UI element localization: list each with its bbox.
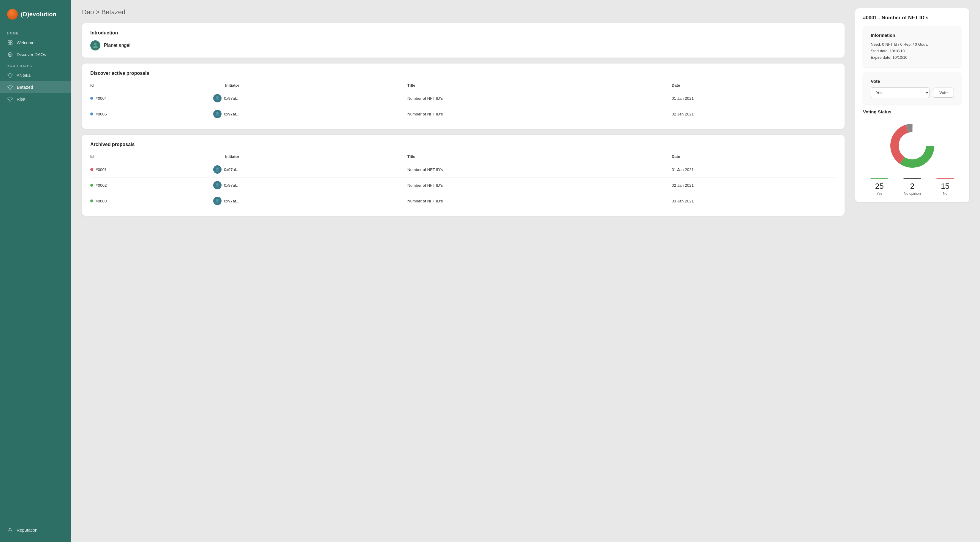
initiator-avatar (213, 165, 221, 174)
sidebar-item-betazed[interactable]: Betazed (0, 81, 71, 93)
diamond-icon-betazed (7, 84, 13, 90)
table-row[interactable]: #0001 0x97af.. Number of NFT ID's 01 Jan… (90, 162, 836, 178)
initiator-address: 0x97af.. (224, 183, 238, 188)
col-title-archived: Title (407, 152, 672, 162)
introduction-card: Introduction Planet angel (82, 23, 845, 57)
no-label: No (936, 191, 954, 196)
col-date-archived: Date (672, 152, 836, 162)
stats-row: 25 Yes 2 No opinion 15 No (863, 178, 962, 196)
table-row[interactable]: #0004 0x97af.. Number of NFT ID's 01 Jan… (90, 91, 836, 106)
row-title: Number of NFT ID's (407, 162, 672, 178)
intro-user: Planet angel (90, 40, 836, 51)
logo-circle-icon (7, 9, 18, 20)
no-opinion-line (904, 178, 921, 179)
svg-point-5 (10, 54, 11, 56)
initiator-avatar (213, 94, 221, 102)
avatar (90, 40, 100, 51)
row-initiator: 0x97af.. (213, 162, 407, 178)
svg-rect-1 (10, 41, 12, 43)
user-name: Planet angel (104, 43, 130, 48)
sidebar-item-welcome[interactable]: Welcome (0, 37, 71, 49)
initiator-address: 0x97af.. (224, 167, 238, 172)
col-initiator-active: Initiator (213, 81, 407, 91)
vote-button[interactable]: Vote (933, 87, 954, 98)
col-id-archived: Id (90, 152, 213, 162)
sidebar-item-reputation[interactable]: Reputation (0, 524, 71, 536)
sidebar-item-risa[interactable]: Risa (0, 93, 71, 105)
row-id: #0003 (90, 193, 213, 209)
status-dot (90, 184, 93, 187)
row-date: 02 Jan 2021 (672, 106, 836, 122)
active-proposals-table: Id Initiator Title Date #0004 (90, 81, 836, 122)
vote-title: Vote (871, 79, 954, 84)
info-need: Need: 0 NFT Id / 0 Rep. / 0 Gouv. (871, 41, 954, 48)
initiator-address: 0x97af.. (224, 112, 238, 116)
breadcrumb-root: Dao (82, 8, 94, 16)
table-row[interactable]: #0005 0x97af.. Number of NFT ID's 02 Jan… (90, 106, 836, 122)
row-initiator: 0x97af.. (213, 193, 407, 209)
stat-yes: 25 Yes (870, 178, 888, 196)
status-dot (90, 97, 93, 100)
info-expire-date: Expire date: 10/10/10 (871, 54, 954, 61)
breadcrumb: Dao > Betazed (82, 8, 845, 16)
initiator-avatar (213, 197, 221, 205)
status-dot (90, 199, 93, 202)
stat-no: 15 No (936, 178, 954, 196)
svg-marker-10 (8, 73, 13, 78)
archived-proposals-title: Archived proposals (90, 142, 836, 147)
sidebar-divider (7, 520, 64, 520)
person-icon (7, 527, 13, 533)
voting-status-section: Voting Status 59.5% 35.7% 4.8% (863, 109, 962, 196)
vote-section: Vote Yes No No opinion Vote (863, 72, 962, 105)
breadcrumb-separator: > (95, 8, 101, 16)
active-proposals-card: Discover active proposals Id Initiator T… (82, 64, 845, 129)
archived-proposals-table: Id Initiator Title Date #0001 (90, 152, 836, 209)
betazed-label: Betazed (17, 85, 33, 90)
table-row[interactable]: #0002 0x97af.. Number of NFT ID's 02 Jan… (90, 178, 836, 193)
diamond-icon-risa (7, 96, 13, 102)
breadcrumb-current: Betazed (101, 8, 125, 16)
no-opinion-label: No opinion (904, 191, 921, 196)
svg-rect-0 (8, 41, 10, 43)
row-id: #0005 (90, 106, 213, 122)
vote-select[interactable]: Yes No No opinion (871, 87, 929, 98)
col-title-active: Title (407, 81, 672, 91)
row-title: Number of NFT ID's (407, 178, 672, 193)
row-date: 01 Jan 2021 (672, 162, 836, 178)
home-section-label: HOME (0, 29, 71, 37)
voting-status-title: Voting Status (863, 109, 962, 114)
svg-marker-11 (8, 85, 13, 90)
svg-point-17 (216, 167, 219, 170)
initiator-address: 0x97af.. (224, 96, 238, 101)
row-initiator: 0x97af.. (213, 178, 407, 193)
sidebar-bottom: Reputation (0, 516, 71, 536)
sidebar-item-angel[interactable]: ANGEL (0, 70, 71, 81)
app-logo: (D)evolution (0, 6, 71, 28)
reputation-label: Reputation (17, 528, 37, 532)
row-id: #0002 (90, 178, 213, 193)
app-title: (D)evolution (21, 11, 56, 18)
diamond-icon-angel (7, 72, 13, 78)
col-date-active: Date (672, 81, 836, 91)
row-id: #0004 (90, 91, 213, 106)
row-title: Number of NFT ID's (407, 193, 672, 209)
svg-point-4 (8, 52, 12, 57)
row-id: #0001 (90, 162, 213, 178)
row-date: 03 Jan 2021 (672, 193, 836, 209)
row-title: Number of NFT ID's (407, 91, 672, 106)
row-initiator: 0x97af.. (213, 106, 407, 122)
svg-point-19 (216, 199, 219, 201)
information-section: Information Need: 0 NFT Id / 0 Rep. / 0 … (863, 26, 962, 67)
initiator-avatar (213, 110, 221, 118)
your-daos-label: YOUR DAO'S (0, 62, 71, 70)
sidebar-item-discover[interactable]: Discover DAOs (0, 49, 71, 60)
yes-label: Yes (870, 191, 888, 196)
main-content: Dao > Betazed Introduction Planet angel … (71, 0, 855, 542)
row-initiator: 0x97af.. (213, 91, 407, 106)
information-title: Information (871, 33, 954, 38)
yes-line (870, 178, 888, 179)
col-initiator-archived: Initiator (213, 152, 407, 162)
active-proposals-title: Discover active proposals (90, 71, 836, 76)
discover-icon (7, 52, 13, 57)
table-row[interactable]: #0003 0x97af.. Number of NFT ID's 03 Jan… (90, 193, 836, 209)
